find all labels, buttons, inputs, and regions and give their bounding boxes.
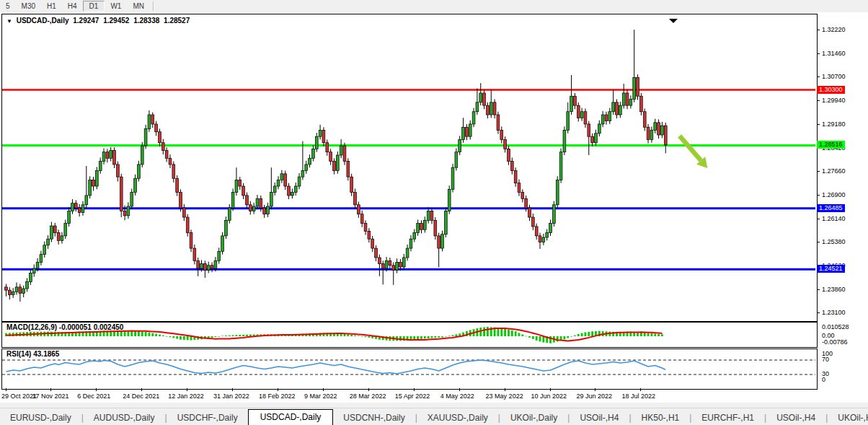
period-button-h1[interactable]: H1 (41, 1, 62, 12)
price-axis-value: 1.29940 (822, 97, 846, 104)
price-axis-value: 1.26900 (822, 191, 846, 198)
date-axis-value: 15 Apr 2022 (395, 393, 430, 400)
date-axis-tick (595, 388, 595, 391)
ohlc-open: 1.29247 (73, 17, 99, 25)
date-axis-tick (187, 388, 187, 391)
price-axis-tick (817, 219, 820, 219)
scroll-end-marker-icon (669, 19, 678, 23)
macd-label: MACD(12,26,9) -0.000051 0.002450 (6, 323, 123, 331)
date-axis-value: 10 Jun 2022 (531, 393, 567, 400)
ohlc-close: 1.28527 (164, 17, 190, 25)
price-axis-value: 1.23860 (822, 286, 846, 293)
date-axis-tick (505, 388, 505, 391)
rsi-axis-value: 70 (822, 356, 829, 363)
price-axis-value: 1.25380 (822, 238, 846, 245)
price-axis-tick (817, 312, 820, 313)
date-axis-tick (550, 388, 551, 391)
chart-tab-usdcaddaily[interactable]: USDCAD-,Daily (248, 409, 334, 425)
price-axis-value: 1.31460 (822, 50, 846, 57)
period-button-h4[interactable]: H4 (62, 1, 83, 12)
ohlc-low: 1.28338 (133, 17, 159, 25)
date-axis-tick (640, 388, 641, 391)
date-axis-value: 4 May 2022 (440, 393, 474, 400)
chart-tab-bar: EURUSD-,Daily|AUDUSD-,Daily|USDCHF-,Dail… (0, 408, 868, 425)
date-axis-tick (278, 388, 278, 391)
price-axis-tick (817, 289, 820, 290)
period-button-w1[interactable]: W1 (105, 1, 127, 12)
mt4-window: { "toolbar": { "periods": ["5","M30","H1… (0, 0, 868, 425)
date-axis-value: 29 Jun 2022 (576, 393, 612, 400)
date-axis-tick (323, 388, 324, 391)
macd-indicator-panel[interactable] (1, 322, 818, 348)
date-axis-value: 24 Dec 2021 (123, 393, 159, 400)
rsi-indicator-panel[interactable] (1, 349, 818, 390)
chart-title: ▼ USDCAD-,Daily 1.29247 1.29452 1.28338 … (6, 17, 192, 25)
date-axis-tick (50, 388, 51, 391)
period-toolbar: 5M30H1H4D1W1MN (0, 0, 868, 13)
main-price-chart[interactable] (1, 14, 818, 322)
ohlc-high: 1.29452 (103, 17, 129, 25)
date-axis-value: 18 Feb 2022 (259, 393, 296, 400)
chart-tab-usoilh4[interactable]: USOil-,H4 (570, 411, 629, 425)
date-axis-value: 6 Dec 2021 (77, 393, 110, 400)
macd-name: MACD(12,26,9) (6, 323, 57, 331)
date-axis-value: 17 Nov 2021 (32, 393, 68, 400)
chart-tab-usdchfdaily[interactable]: USDCHF-,Daily (167, 411, 248, 425)
symbol-dropdown-icon[interactable]: ▼ (6, 18, 12, 25)
date-axis-tick (232, 388, 233, 391)
period-button-m30[interactable]: M30 (16, 1, 41, 12)
price-axis-tick (817, 124, 820, 125)
rsi-axis-value: 0 (822, 376, 825, 383)
price-axis-tick (817, 242, 820, 242)
chart-tab-xauusddaily[interactable]: XAUUSD-,Daily (417, 411, 498, 425)
macd-axis-value: 0.010528 (822, 323, 849, 330)
period-button-d1[interactable]: D1 (83, 1, 105, 12)
chart-symbol-label: USDCAD-,Daily (17, 17, 69, 25)
price-axis-value: 1.32220 (822, 26, 846, 33)
chart-tab-eurusddaily[interactable]: EURUSD-,Daily (0, 411, 81, 425)
chart-tab-ukoilh4[interactable]: UKOil-,H4 (828, 411, 868, 425)
date-axis-tick (414, 388, 415, 391)
period-button-mn[interactable]: MN (127, 1, 150, 12)
chart-tab-usoilh4[interactable]: USOil-,H4 (766, 411, 825, 425)
date-axis-tick (459, 388, 460, 391)
date-axis-tick (141, 388, 142, 391)
chart-tab-usdcnhdaily[interactable]: USDCNH-,Daily (333, 411, 415, 425)
date-axis-tick (96, 388, 97, 391)
price-axis-tick (817, 53, 820, 54)
price-axis-tick (817, 76, 820, 77)
price-axis-value: 1.26140 (822, 215, 846, 222)
date-axis-value: 12 Jan 2022 (168, 393, 204, 400)
rsi-value: 43.1865 (33, 350, 59, 358)
date-axis-value: 28 Mar 2022 (350, 393, 386, 400)
date-axis-tick (368, 388, 369, 391)
period-button-5[interactable]: 5 (0, 1, 16, 12)
toolbar-divider (153, 1, 154, 11)
chart-tab-eurchfh1[interactable]: EURCHF-,H1 (691, 411, 764, 425)
price-level-badge: 1.24521 (817, 265, 845, 273)
chart-tab-ukoildaily[interactable]: UKOil-,Daily (500, 411, 567, 425)
price-axis-value: 1.27660 (822, 167, 846, 175)
price-axis-value: 1.30700 (822, 73, 846, 80)
price-axis-tick (817, 171, 820, 172)
date-axis-value: 23 May 2022 (486, 393, 523, 400)
price-axis-value: 1.29180 (822, 121, 846, 128)
chart-tab-audusddaily[interactable]: AUDUSD-,Daily (84, 411, 165, 425)
price-level-badge: 1.28516 (817, 141, 845, 149)
price-axis-value: 1.23100 (822, 309, 846, 316)
date-axis-value: 31 Jan 2022 (213, 393, 249, 400)
sell-direction-arrow[interactable] (680, 136, 708, 168)
price-axis-tick (817, 100, 820, 101)
macd-main-value: -0.000051 (59, 323, 92, 331)
chart-window[interactable]: ▼ USDCAD-,Daily 1.29247 1.29452 1.28338 … (0, 12, 868, 403)
date-axis-value: 9 Mar 2022 (304, 393, 337, 400)
macd-signal-value: 0.002450 (94, 323, 124, 331)
macd-axis-value: -0.00786 (822, 338, 848, 346)
date-axis-value: 18 Jul 2022 (621, 393, 655, 400)
price-level-badge: 1.30300 (817, 86, 845, 94)
chart-tab-hk50h1[interactable]: HK50-,H1 (632, 411, 690, 425)
rsi-name: RSI(14) (6, 350, 31, 358)
rsi-label: RSI(14) 43.1865 (6, 350, 59, 358)
date-axis-tick (6, 388, 6, 391)
window-strip (0, 403, 868, 408)
